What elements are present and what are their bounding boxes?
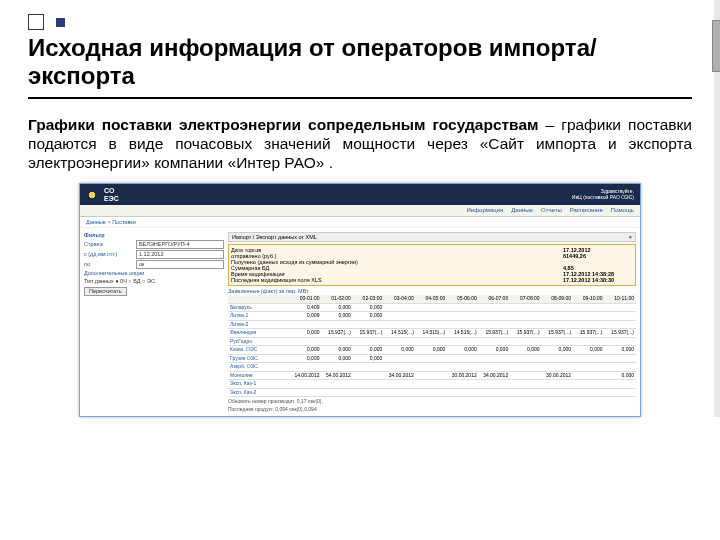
cell [290,380,321,389]
nav-item[interactable]: Расписание [570,207,603,214]
extra-options-link[interactable]: Дополнительные опции [84,270,144,276]
cell: 0,000 [416,346,447,355]
slide-bullets [28,14,692,30]
cell [479,337,510,346]
table-row: Эксп. Каз-2 [228,388,636,397]
cell [447,312,478,321]
cell [573,312,604,321]
cell: 15.937(...) [321,329,352,338]
cell [353,320,384,329]
cell: 15.937(...) [353,329,384,338]
date-to-input[interactable]: ок [136,260,224,269]
date-from-input[interactable]: 1.12.2012 [136,250,224,259]
cell: 0,000 [542,346,573,355]
cell [605,337,636,346]
close-icon[interactable]: × [629,234,632,240]
col-header: 09-10:00 [573,295,604,303]
country-select[interactable]: БЕЛЭНЕРГО/РУП-4 [136,240,224,249]
cell [510,363,541,372]
top-nav: Информация Данные Отчеты Расписание Помо… [80,205,640,217]
nav-item[interactable]: Помощь [611,207,634,214]
cell [416,380,447,389]
cell [321,320,352,329]
cell: 0,000 [605,346,636,355]
nav-item[interactable]: Информация [467,207,504,214]
panel-title: Импорт / Экспорт данных от XML× [228,232,636,242]
cell [573,380,604,389]
cell [510,320,541,329]
cell [605,380,636,389]
row-label: Беларусь [228,303,290,312]
cell [573,363,604,372]
row-label: Эксп. Каз-1 [228,380,290,389]
col-header: 00-01:00 [290,295,321,303]
cell [321,363,352,372]
cell [479,320,510,329]
cell [573,303,604,312]
field-label: с (дд.мм.гггг) [84,251,132,257]
cell [447,337,478,346]
cell [290,337,321,346]
brand-text: СО ЕЭС [104,187,119,202]
cell [353,337,384,346]
cell [605,312,636,321]
cell: 34.00.2012 [384,371,415,380]
cell: 0,000 [447,346,478,355]
cell [510,354,541,363]
cell [573,388,604,397]
col-header: 08-09:00 [542,295,573,303]
cell: 15.937(...) [605,329,636,338]
cell [605,363,636,372]
user-greeting: Здравствуйте, ИвЦ (поставкой РАО ОЭС) [572,189,634,200]
cell [510,371,541,380]
table-row: Грузия ОЭС0,0000,0000,000 [228,354,636,363]
nav-item[interactable]: Отчеты [541,207,562,214]
cell [384,354,415,363]
nav-item[interactable]: Данные [511,207,533,214]
cell [321,388,352,397]
cell [447,303,478,312]
cell [479,312,510,321]
cell: 0,000 [290,346,321,355]
cell [416,388,447,397]
summary-box: Дата торгов17.12.2012 отправлено (руб.)6… [228,244,636,286]
field-label: Страна [84,241,132,247]
col-header: 07-08:00 [510,295,541,303]
cell: 0,000 [353,346,384,355]
cell [353,363,384,372]
cell: 0,000 [290,329,321,338]
cell: 15.937(...) [479,329,510,338]
cell [447,354,478,363]
cell: 14.515(...) [384,329,415,338]
cell: 0,000 [353,312,384,321]
recalc-button[interactable]: Пересчитать [84,287,127,296]
cell [416,371,447,380]
app-header: СО ЕЭС Здравствуйте, ИвЦ (поставкой РАО … [80,184,640,205]
radio-group[interactable]: Тип данных ● 0Ч ○ БД ○ ЭС [84,278,155,284]
cell [290,388,321,397]
cell [384,303,415,312]
cell [384,388,415,397]
cell [321,380,352,389]
row-label: Литва-1 [228,312,290,321]
data-panel: Импорт / Экспорт данных от XML× Дата тор… [228,232,636,412]
cell [479,388,510,397]
cell [542,320,573,329]
col-header [228,295,290,303]
cell [321,337,352,346]
cell [290,320,321,329]
cell: 14.00.2012 [290,371,321,380]
cell [542,363,573,372]
cell [605,303,636,312]
cell: 14.515(...) [416,329,447,338]
scrollbar-thumb[interactable] [712,20,720,72]
cell [447,388,478,397]
cell [353,371,384,380]
cell: 0,000 [384,346,415,355]
table-row: Монголия14.00.201254.00.201234.00.201230… [228,371,636,380]
row-label: РусГидро [228,337,290,346]
cell [573,337,604,346]
row-label: Казах. ОЭС [228,346,290,355]
title-underline [28,97,692,99]
col-header: 04-05:00 [416,295,447,303]
